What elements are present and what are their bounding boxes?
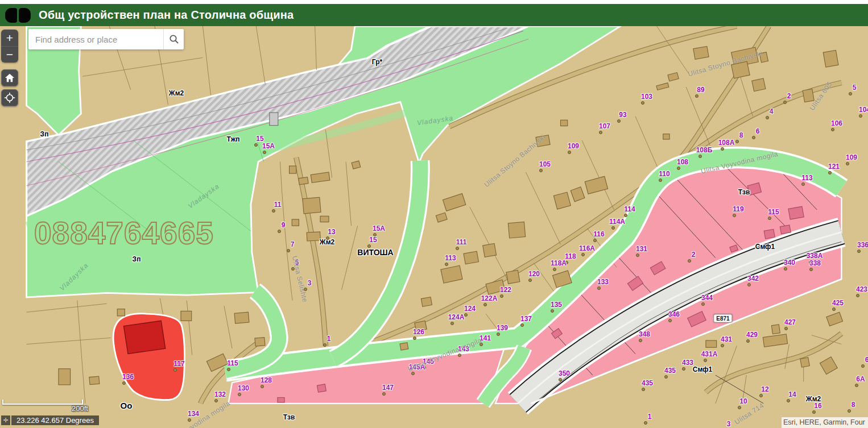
page-title: Общ устройствен план на Столична община [39, 9, 294, 22]
coordinates-readout: 23.226 42.657 Degrees [11, 415, 99, 425]
search-box [28, 29, 184, 49]
scale-bar [2, 400, 83, 405]
locate-button[interactable] [1, 89, 18, 106]
logo-left-shape [5, 8, 17, 23]
map-attribution: Esri, HERE, Garmin, Four [782, 417, 868, 428]
zoom-out-button[interactable]: − [1, 46, 18, 63]
zoom-control: + − [1, 30, 18, 63]
top-strip [0, 0, 868, 4]
locate-icon [4, 92, 15, 103]
home-icon [5, 73, 15, 82]
zoom-in-button[interactable]: + [1, 30, 18, 46]
app-window: Общ устройствен план на Столична община [0, 0, 868, 428]
search-input[interactable] [28, 29, 163, 49]
logo-right-shape [19, 8, 31, 23]
coordinates-widget: ✛ 23.226 42.657 Degrees [1, 415, 99, 425]
map-graphics [0, 26, 868, 428]
building-red [123, 321, 165, 354]
sofia-plan-logo [5, 8, 31, 23]
map-canvas[interactable]: 0884764665 Жм2ТжпГр*ЗпЗпЖм2ВИТОШАТзвСмф1… [0, 26, 868, 428]
home-button[interactable] [1, 69, 18, 86]
app-header: Общ устройствен план на Столична община [0, 4, 868, 26]
coordinates-toggle-icon[interactable]: ✛ [1, 415, 10, 425]
scale-label: 200ft [72, 404, 88, 413]
search-icon [169, 34, 179, 44]
search-button[interactable] [163, 29, 184, 49]
